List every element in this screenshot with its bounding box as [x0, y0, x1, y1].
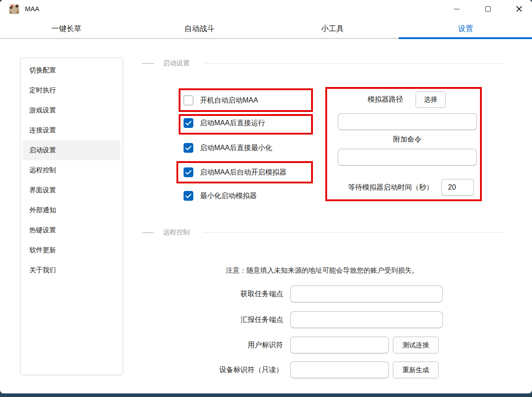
minimize-icon — [454, 9, 460, 9]
choose-emulator-path-button[interactable]: 选择 — [416, 91, 446, 108]
app-window: MAA 一键长草 自动战斗 小工具 设置 切换配置 定时执行 游戏设置 连接设置… — [0, 0, 532, 393]
section-header-remote: 远程控制 — [138, 228, 507, 237]
sidebar-item-remote-control[interactable]: 远程控制 — [23, 160, 120, 180]
checkbox-icon — [184, 118, 193, 128]
app-icon — [9, 4, 19, 14]
sidebar-item-scheduled-tasks[interactable]: 定时执行 — [23, 80, 120, 100]
checkbox-icon — [184, 167, 193, 177]
sidebar-item-about-us[interactable]: 关于我们 — [23, 260, 120, 280]
emulator-wait-time-input[interactable] — [441, 179, 474, 196]
settings-sidebar: 切换配置 定时执行 游戏设置 连接设置 启动设置 远程控制 界面设置 外部通知 … — [20, 58, 123, 375]
maximize-button[interactable] — [476, 0, 500, 18]
sidebar-item-ui-settings[interactable]: 界面设置 — [23, 180, 120, 200]
checkbox-label: 启动MAA后自动开启模拟器 — [200, 168, 287, 177]
user-identifier-label: 用户标识符 — [187, 341, 283, 350]
device-identifier-input[interactable] — [290, 361, 389, 378]
extra-command-label: 附加命令 — [338, 135, 477, 144]
checkbox-minimize-directly[interactable]: 启动MAA后直接最小化 — [184, 143, 272, 153]
sidebar-item-external-notifications[interactable]: 外部通知 — [23, 200, 120, 220]
section-title-remote: 远程控制 — [163, 228, 190, 237]
emulator-path-label: 模拟器路径 — [368, 95, 403, 104]
test-connection-button[interactable]: 测试连接 — [393, 337, 439, 353]
extra-command-input[interactable] — [338, 149, 477, 166]
regenerate-button[interactable]: 重新生成 — [393, 361, 439, 378]
sidebar-item-hotkey-settings[interactable]: 热键设置 — [23, 220, 120, 240]
section-dash — [142, 63, 154, 64]
sidebar-item-software-update[interactable]: 软件更新 — [23, 240, 120, 260]
checkbox-minimized-emulator[interactable]: 最小化启动模拟器 — [184, 191, 257, 201]
minimize-button[interactable] — [444, 0, 469, 18]
checkbox-autostart-maa[interactable]: 开机自动启动MAA — [184, 95, 258, 105]
section-dash — [142, 232, 154, 233]
sidebar-item-connection-settings[interactable]: 连接设置 — [23, 120, 120, 140]
close-button[interactable] — [507, 0, 531, 18]
maximize-icon — [485, 6, 491, 12]
user-identifier-input[interactable] — [290, 337, 389, 353]
get-task-endpoint-label: 获取任务端点 — [187, 290, 283, 299]
section-header-startup: 启动设置 — [138, 59, 507, 67]
checkbox-run-directly[interactable]: 启动MAA后直接运行 — [184, 118, 265, 128]
emulator-wait-time-label: 等待模拟器启动时间（秒） — [327, 183, 433, 192]
tab-underline-inactive — [0, 38, 399, 39]
sidebar-item-switch-config[interactable]: 切换配置 — [23, 60, 120, 80]
section-rule — [204, 63, 504, 64]
checkbox-label: 启动MAA后直接运行 — [200, 119, 265, 128]
report-task-endpoint-input[interactable] — [290, 311, 443, 328]
close-icon — [516, 6, 522, 12]
window-title: MAA — [25, 4, 40, 13]
emulator-path-input[interactable] — [338, 113, 477, 130]
device-identifier-label: 设备标识符（只读） — [187, 365, 283, 375]
section-rule — [204, 232, 504, 233]
section-title-startup: 启动设置 — [163, 59, 190, 67]
sidebar-item-game-settings[interactable]: 游戏设置 — [23, 100, 120, 120]
title-bar: MAA — [0, 0, 532, 18]
checkbox-icon — [184, 143, 193, 153]
tab-bar: 一键长草 自动战斗 小工具 设置 — [0, 18, 532, 40]
remote-control-warning: 注意：随意填入未知来源的地址可能会导致您的账户受到损失。 — [138, 266, 507, 275]
checkbox-icon — [184, 95, 193, 105]
report-task-endpoint-label: 汇报任务端点 — [187, 315, 283, 325]
tab-settings[interactable]: 设置 — [399, 18, 532, 40]
tab-farming[interactable]: 一键长草 — [0, 18, 133, 40]
tab-copilot[interactable]: 自动战斗 — [133, 18, 266, 40]
checkbox-icon — [184, 191, 193, 201]
checkbox-auto-start-emulator[interactable]: 启动MAA后自动开启模拟器 — [184, 167, 287, 177]
tab-tools[interactable]: 小工具 — [266, 18, 399, 40]
checkbox-label: 最小化启动模拟器 — [200, 191, 257, 201]
checkbox-label: 启动MAA后直接最小化 — [200, 143, 272, 153]
sidebar-item-startup-settings[interactable]: 启动设置 — [23, 140, 120, 160]
get-task-endpoint-input[interactable] — [290, 286, 443, 302]
checkbox-label: 开机自动启动MAA — [200, 96, 258, 105]
tab-underline-active — [399, 37, 532, 39]
